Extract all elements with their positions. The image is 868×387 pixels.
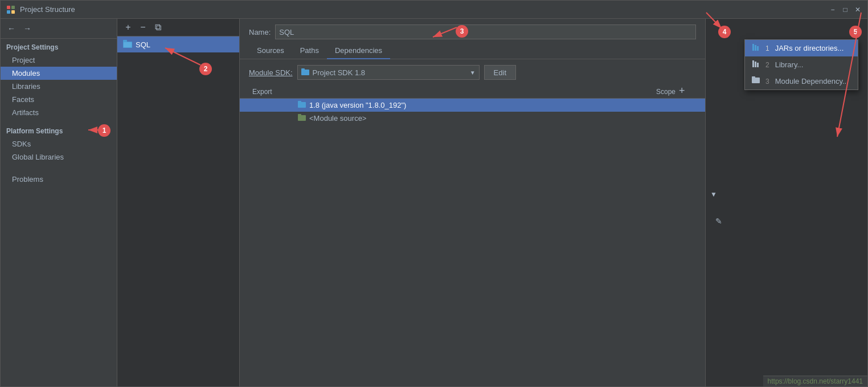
svg-rect-12: [298, 114, 301, 116]
remove-module-button[interactable]: −: [137, 21, 149, 34]
col-name-header: [294, 85, 611, 98]
svg-rect-6: [124, 42, 132, 47]
sidebar-item-label: Libraries: [12, 82, 40, 91]
svg-rect-17: [755, 62, 756, 67]
svg-rect-18: [757, 63, 759, 67]
svg-rect-16: [752, 60, 754, 67]
dep-name: <Module source>: [309, 114, 366, 123]
sidebar-item-modules[interactable]: Modules: [1, 67, 117, 80]
col-actions-header: +: [679, 85, 696, 98]
svg-rect-19: [752, 78, 760, 83]
dropdown-num-2: 2: [765, 61, 769, 69]
left-sidebar: ← → Project Settings Project Modules Lib…: [1, 19, 117, 386]
sidebar-item-label: Artifacts: [12, 108, 39, 117]
tab-dependencies[interactable]: Dependencies: [327, 43, 390, 59]
table-row[interactable]: <Module source>: [240, 112, 705, 125]
sdk-select-inner: Project SDK 1.8: [301, 68, 366, 77]
sidebar-item-project[interactable]: Project: [1, 54, 117, 67]
sidebar-item-label: SDKs: [12, 140, 31, 148]
annotation-badge-5: 5: [849, 26, 862, 38]
tabs-row: Sources Paths Dependencies: [240, 43, 705, 59]
title-bar: Project Structure − □ ✕: [1, 1, 867, 19]
sidebar-item-facets[interactable]: Facets: [1, 93, 117, 106]
tab-paths-label: Paths: [300, 46, 319, 55]
tab-sources[interactable]: Sources: [249, 43, 292, 59]
library-icon: [752, 60, 760, 70]
tab-sources-label: Sources: [257, 46, 284, 55]
svg-rect-11: [298, 115, 306, 121]
sidebar-item-global-libraries[interactable]: Global Libraries: [1, 150, 117, 164]
module-toolbar: + − ⧉: [117, 19, 239, 36]
sidebar-item-libraries[interactable]: Libraries: [1, 80, 117, 93]
name-input[interactable]: [275, 25, 696, 39]
dropdown-label-library: Library...: [775, 60, 804, 69]
svg-rect-1: [11, 6, 15, 9]
name-cell: 1.8 (java version "1.8.0_192"): [294, 101, 628, 109]
svg-rect-20: [752, 76, 755, 78]
module-dep-icon: [752, 76, 760, 86]
sdk-value: Project SDK 1.8: [313, 68, 366, 77]
copy-module-button[interactable]: ⧉: [152, 21, 164, 34]
scroll-down-btn[interactable]: ▼: [710, 190, 717, 198]
dropdown-menu: 1 JARs or directories... 2 Library...: [744, 39, 858, 90]
svg-rect-14: [755, 45, 756, 51]
svg-rect-10: [298, 101, 301, 103]
content-area: ← → Project Settings Project Modules Lib…: [1, 19, 867, 386]
sidebar-item-label: Problems: [12, 175, 43, 184]
table-header: Export Scope +: [240, 85, 705, 99]
sidebar-item-sdks[interactable]: SDKs: [1, 137, 117, 150]
tab-dependencies-label: Dependencies: [335, 46, 382, 55]
dropdown-label-module-dep: Module Dependency...: [775, 77, 849, 85]
dropdown-item-library[interactable]: 2 Library...: [745, 56, 858, 73]
folder-icon: [301, 68, 309, 77]
chevron-down-icon: ▼: [470, 70, 476, 76]
jdk-icon: [298, 101, 306, 109]
project-structure-window: Project Structure − □ ✕ ← → Project Sett…: [0, 0, 868, 387]
annotation-badge-4: 4: [718, 26, 731, 38]
maximize-button[interactable]: □: [841, 6, 849, 14]
svg-rect-9: [298, 102, 306, 108]
sidebar-item-problems[interactable]: Problems: [1, 173, 117, 186]
svg-rect-7: [301, 70, 309, 75]
sdk-row: Module SDK: Project SDK 1.8 ▼ Edit: [240, 59, 705, 85]
dropdown-num-1: 1: [765, 44, 769, 52]
svg-rect-15: [757, 46, 759, 51]
module-item-sql[interactable]: SQL: [117, 36, 239, 52]
minimize-button[interactable]: −: [829, 6, 837, 14]
edit-icon: ✎: [715, 217, 722, 226]
close-button[interactable]: ✕: [854, 6, 862, 14]
module-folder-icon: [123, 40, 132, 49]
app-icon: [6, 5, 15, 14]
svg-rect-0: [7, 6, 10, 9]
sidebar-item-label: Facets: [12, 95, 34, 104]
tab-paths[interactable]: Paths: [292, 43, 327, 59]
edit-action-button[interactable]: ✎: [713, 215, 725, 227]
dropdown-item-module-dep[interactable]: 3 Module Dependency...: [745, 73, 858, 89]
back-button[interactable]: ←: [5, 22, 18, 35]
sidebar-item-artifacts[interactable]: Artifacts: [1, 106, 117, 119]
platform-settings-label: Platform Settings: [1, 123, 117, 137]
add-dependency-button[interactable]: +: [679, 85, 685, 96]
main-content: Name: 3 Sources Paths Dependencies: [240, 19, 705, 386]
table-row[interactable]: 1.8 (java version "1.8.0_192"): [240, 99, 705, 112]
dropdown-num-3: 3: [765, 78, 769, 85]
forward-button[interactable]: →: [21, 22, 34, 35]
module-name: SQL: [136, 40, 150, 49]
dropdown-label-jars: JARs or directories...: [775, 44, 844, 52]
svg-rect-2: [7, 10, 10, 14]
name-cell: <Module source>: [294, 114, 628, 123]
edit-button[interactable]: Edit: [484, 65, 516, 80]
bottom-url-bar: https://blog.csdn.net/starry1441: [763, 376, 867, 386]
module-list: SQL: [117, 36, 239, 386]
svg-rect-5: [123, 40, 127, 42]
svg-rect-8: [301, 68, 305, 70]
name-label: Name:: [249, 28, 271, 36]
module-panel: + − ⧉ SQL 2: [117, 19, 240, 386]
dropdown-item-jars[interactable]: 1 JARs or directories...: [745, 40, 858, 56]
svg-rect-3: [11, 10, 15, 14]
add-module-button[interactable]: +: [122, 21, 134, 34]
sidebar-nav: ← →: [1, 19, 117, 39]
table-body: 1.8 (java version "1.8.0_192"): [240, 99, 705, 386]
source-icon: [298, 114, 306, 123]
sdk-select[interactable]: Project SDK 1.8 ▼: [297, 65, 480, 80]
